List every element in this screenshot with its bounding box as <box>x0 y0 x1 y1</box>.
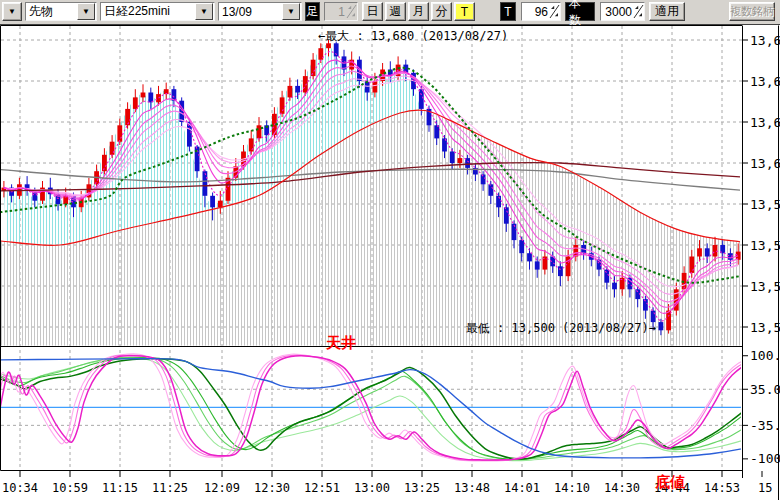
spinner-icon <box>346 4 357 19</box>
svg-text:12:09: 12:09 <box>204 481 240 495</box>
timeframe-tick-button[interactable]: T <box>454 2 475 21</box>
symbol-select[interactable]: 日経225mini ▼ <box>100 2 215 21</box>
svg-text:13,505: 13,505 <box>750 320 780 335</box>
chevron-down-icon[interactable]: ▼ <box>77 3 95 20</box>
svg-text:13,580: 13,580 <box>750 197 780 212</box>
timeframe-tick-label: T <box>461 5 468 19</box>
svg-text:13:00: 13:00 <box>354 481 390 495</box>
market-select[interactable]: 先物 ▼ <box>25 2 97 21</box>
svg-text:13,530: 13,530 <box>750 279 780 294</box>
svg-text:14:10: 14:10 <box>554 481 590 495</box>
multi-symbol-label: 複数銘柄 <box>730 4 774 19</box>
spinner-icon[interactable] <box>633 4 644 19</box>
max-annotation: ←最大 : 13,680 (2013/08/27) <box>318 29 508 43</box>
multi-symbol-button: 複数銘柄 <box>729 2 775 21</box>
svg-text:14:53: 14:53 <box>704 481 740 495</box>
svg-text:10:59: 10:59 <box>52 481 88 495</box>
timeframe-day-label: 日 <box>367 3 379 20</box>
svg-text:13,605: 13,605 <box>750 156 780 171</box>
spinner-icon[interactable] <box>549 4 560 19</box>
timeframe-minute-label: 分 <box>436 3 448 20</box>
timeframe-week-label: 週 <box>390 3 402 20</box>
count-spinner[interactable]: 3000 <box>600 2 645 21</box>
svg-text:-100.00: -100.00 <box>750 451 780 466</box>
min-annotation: 最低 : 13,500 (2013/08/27)→ <box>466 321 656 335</box>
symbol-select-value: 日経225mini <box>101 3 194 20</box>
svg-text:13,655: 13,655 <box>750 74 780 89</box>
svg-text:-35.00: -35.00 <box>750 418 780 433</box>
svg-text:12:30: 12:30 <box>254 481 290 495</box>
svg-text:15: 15 <box>758 481 772 495</box>
svg-text:11:15: 11:15 <box>102 481 138 495</box>
bottom-annotation: 底値 <box>654 473 685 491</box>
ceiling-annotation: 天井 <box>325 334 356 352</box>
tick-period-spinner[interactable]: 96 <box>521 2 561 21</box>
svg-text:11:25: 11:25 <box>152 481 188 495</box>
svg-text:13,555: 13,555 <box>750 238 780 253</box>
trading-chart-window: { "toolbar": { "nav_dropdown_icon": "▼",… <box>0 0 780 500</box>
svg-text:100.00: 100.00 <box>750 348 780 363</box>
svg-text:13,630: 13,630 <box>750 115 780 130</box>
svg-text:12:51: 12:51 <box>304 481 340 495</box>
bar-type-label: 足 <box>305 2 320 21</box>
timeframe-month-label: 月 <box>413 3 425 20</box>
chart-area[interactable]: 13,68013,65513,63013,60513,58013,55513,5… <box>0 25 780 500</box>
apply-button[interactable]: 適用 <box>649 2 685 21</box>
timeframe-day-button[interactable]: 日 <box>362 2 383 21</box>
contract-month-select[interactable]: 13/09 ▼ <box>218 2 302 21</box>
bar-interval-value: 1 <box>325 5 346 19</box>
timeframe-month-button[interactable]: 月 <box>408 2 429 21</box>
chevron-down-icon[interactable]: ▼ <box>282 3 300 20</box>
bar-interval-spinner: 1 <box>324 2 358 21</box>
count-label: 本数 <box>565 2 595 21</box>
apply-button-label: 適用 <box>655 3 679 20</box>
svg-text:13:48: 13:48 <box>454 481 490 495</box>
timeframe-week-button[interactable]: 週 <box>385 2 406 21</box>
timeframe-minute-button[interactable]: 分 <box>431 2 452 21</box>
svg-text:14:01: 14:01 <box>504 481 540 495</box>
contract-month-value: 13/09 <box>219 5 281 19</box>
chevron-down-icon: ▼ <box>8 7 16 16</box>
chevron-down-icon[interactable]: ▼ <box>195 3 213 20</box>
toolbar: ▼ 先物 ▼ 日経225mini ▼ 13/09 ▼ 足 1 日 週 月 分 T… <box>0 0 780 25</box>
nav-dropdown-button[interactable]: ▼ <box>2 2 22 21</box>
svg-text:14:30: 14:30 <box>604 481 640 495</box>
tick-period-label: T <box>500 2 516 21</box>
svg-text:35.00: 35.00 <box>750 382 780 397</box>
svg-text:13:25: 13:25 <box>404 481 440 495</box>
svg-text:10:34: 10:34 <box>2 481 38 495</box>
count-value: 3000 <box>601 5 633 19</box>
market-select-value: 先物 <box>26 3 76 20</box>
chart-canvas[interactable]: 13,68013,65513,63013,60513,58013,55513,5… <box>0 25 780 500</box>
tick-period-value: 96 <box>522 5 549 19</box>
svg-text:13,680: 13,680 <box>750 33 780 48</box>
